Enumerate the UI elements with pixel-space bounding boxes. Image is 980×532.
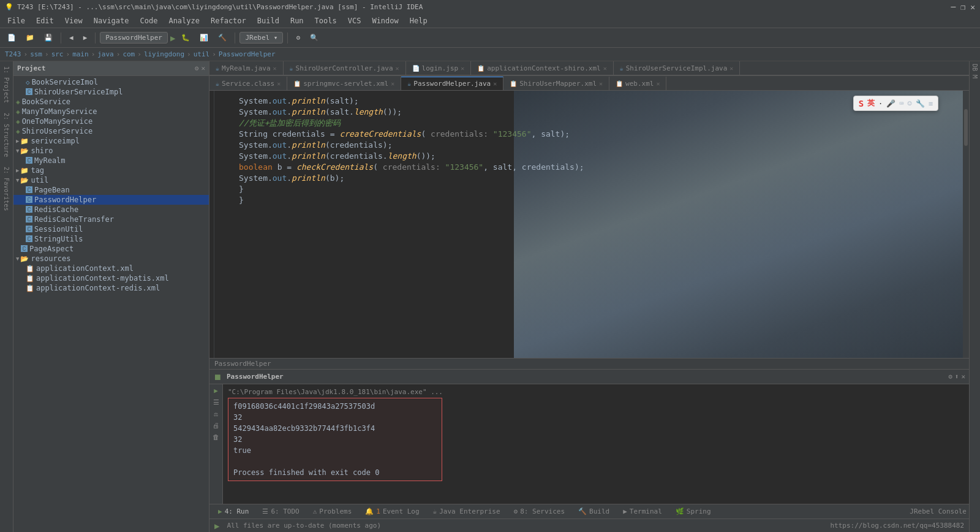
maximize-button[interactable]: ❐ <box>960 2 965 12</box>
tab-login-close[interactable]: ✕ <box>461 65 464 72</box>
tab-shirousercontroller-close[interactable]: ✕ <box>396 65 399 72</box>
bottom-tab-run[interactable]: ▶ 4: Run <box>212 506 255 517</box>
breadcrumb-util[interactable]: util <box>194 50 210 58</box>
tree-item-passwordhelper[interactable]: 🅲 PasswordHelper <box>13 195 209 205</box>
tree-item-rediscache[interactable]: 🅲 RedisCache <box>13 205 209 215</box>
menu-tools[interactable]: Tools <box>310 15 342 26</box>
tree-item-shiro[interactable]: ▼ 📂 shiro <box>13 146 209 156</box>
ime-label[interactable]: 英 <box>867 98 875 108</box>
bottom-tab-java-enterprise[interactable]: ☕ Java Enterprise <box>427 506 507 517</box>
bottom-tab-build[interactable]: 🔨 Build <box>572 506 616 517</box>
tab-login[interactable]: 📄 login.jsp ✕ <box>406 61 472 75</box>
ime-keyboard-icon[interactable]: ⌨ <box>899 99 903 108</box>
tab-springmvc-close[interactable]: ✕ <box>391 80 394 87</box>
tab-springmvc[interactable]: 📋 springmvc-servlet.xml ✕ <box>287 77 401 90</box>
panel-settings-icon[interactable]: ⚙ <box>195 64 199 72</box>
ime-mic-icon[interactable]: 🎤 <box>886 99 895 108</box>
toolbar-search[interactable]: 🔍 <box>306 32 322 43</box>
tree-item-resources[interactable]: ▼ 📂 resources <box>13 254 209 264</box>
tree-item-appcontext-redis[interactable]: 📋 applicationContext-redis.xml <box>13 283 209 293</box>
toolbar-forward[interactable]: ▶ <box>80 32 91 43</box>
ime-settings-icon[interactable]: 🔧 <box>916 99 925 108</box>
run-clear-icon[interactable]: 🗑 <box>213 433 219 441</box>
tab-passwordhelper[interactable]: ☕ PasswordHelper.java ✕ <box>401 77 503 90</box>
toolbar-open[interactable]: 📁 <box>22 32 38 43</box>
breadcrumb-liyingdong[interactable]: liyingdong <box>144 50 184 58</box>
tree-item-util[interactable]: ▼ 📂 util <box>13 175 209 185</box>
tree-item-shirouserservice[interactable]: ◈ ShiroUserService <box>13 126 209 136</box>
toolbar-back[interactable]: ◀ <box>66 32 77 43</box>
run-lines-icon[interactable]: ☰ <box>213 398 219 406</box>
tab-shirouserserviceimpl[interactable]: ☕ ShiroUserServiceImpl.java ✕ <box>614 61 741 75</box>
tab-service-class[interactable]: ☕ Service.class ✕ <box>209 77 287 90</box>
run-play-icon[interactable]: ▶ <box>214 387 218 395</box>
structure-icon[interactable]: 2: Structure <box>1 110 12 159</box>
jrebel-dropdown[interactable]: JRebel ▾ <box>239 32 283 44</box>
breadcrumb-src[interactable]: src <box>51 50 64 58</box>
panel-close-icon[interactable]: ✕ <box>201 64 205 72</box>
tree-item-manytomanyservice[interactable]: ◈ ManyToManyService <box>13 107 209 116</box>
close-button[interactable]: ✕ <box>970 2 975 12</box>
tree-item-rediscachetransfer[interactable]: 🅲 RedisCacheTransfer <box>13 215 209 224</box>
favorites-icon[interactable]: 2: Favorites <box>1 164 12 213</box>
tab-myrealm-close[interactable]: ✕ <box>273 65 277 72</box>
jrebel-console-tab[interactable]: JRebel Console <box>910 507 967 515</box>
scrollbar-thumb[interactable] <box>964 109 968 146</box>
tree-item-appcontext-mybatis[interactable]: 📋 applicationContext-mybatis.xml <box>13 273 209 283</box>
tab-service-class-close[interactable]: ✕ <box>277 80 281 87</box>
tree-item-sessionutil[interactable]: 🅲 SessionUtil <box>13 224 209 234</box>
menu-code[interactable]: Code <box>135 15 163 26</box>
tab-webxml[interactable]: 📋 web.xml ✕ <box>609 77 666 90</box>
tree-item-myrealm[interactable]: 🅲 MyRealm <box>13 156 209 165</box>
tab-appcontext-shiro[interactable]: 📋 applicationContext-shiro.xml ✕ <box>471 61 613 75</box>
bottom-tab-terminal[interactable]: ▶ Terminal <box>617 506 668 517</box>
debug-button[interactable]: 🐛 <box>178 32 194 43</box>
tab-shirouserserviceimpl-close[interactable]: ✕ <box>729 65 733 72</box>
bottom-tab-eventlog[interactable]: 🔔 1 Event Log <box>359 506 425 517</box>
tab-myrealm[interactable]: ☕ MyRealm.java ✕ <box>209 61 284 75</box>
menu-refactor[interactable]: Refactor <box>206 15 251 26</box>
bottom-tab-services[interactable]: ⚙ 8: Services <box>508 506 571 517</box>
run-maximize-icon[interactable]: ⬆ <box>955 373 959 381</box>
breadcrumb-com[interactable]: com <box>123 50 135 58</box>
toolbar-settings[interactable]: ⚙ <box>292 32 304 43</box>
tree-item-stringutils[interactable]: 🅲 StringUtils <box>13 234 209 244</box>
tree-item-pagebean[interactable]: 🅲 PageBean <box>13 185 209 195</box>
menu-run[interactable]: Run <box>285 15 309 26</box>
status-blog-link[interactable]: https://blog.csdn.net/qq=45388482 <box>830 522 964 530</box>
menu-analyze[interactable]: Analyze <box>164 15 205 26</box>
coverage-button[interactable]: 📊 <box>196 32 212 43</box>
right-sidebar-maven[interactable]: M <box>971 75 978 78</box>
breadcrumb-t243[interactable]: T243 <box>5 50 21 58</box>
toolbar-save[interactable]: 💾 <box>40 32 56 43</box>
tree-item-bookservice[interactable]: ◈ BookService <box>13 97 209 107</box>
run-config-dropdown[interactable]: PasswordHelper <box>100 32 168 44</box>
run-stop-icon[interactable]: ⏹ <box>213 372 222 382</box>
menu-window[interactable]: Window <box>367 15 403 26</box>
breadcrumb-main[interactable]: main <box>72 50 89 58</box>
minimize-button[interactable]: ─ <box>951 2 956 12</box>
editor-scrollbar[interactable] <box>963 91 969 358</box>
tab-webxml-close[interactable]: ✕ <box>656 80 660 87</box>
toolbar-new[interactable]: 📄 <box>4 32 20 43</box>
project-icon[interactable]: 1: Project <box>1 64 12 105</box>
menu-file[interactable]: File <box>2 15 30 26</box>
menu-vcs[interactable]: VCS <box>343 15 366 26</box>
breadcrumb-java[interactable]: java <box>97 50 114 58</box>
breadcrumb-file[interactable]: PasswordHelper <box>219 50 276 58</box>
tab-shirousermapper-close[interactable]: ✕ <box>599 80 603 87</box>
breadcrumb-ssm[interactable]: ssm <box>30 50 42 58</box>
tree-item-appcontext[interactable]: 📋 applicationContext.xml <box>13 264 209 273</box>
run-close-icon[interactable]: ✕ <box>961 373 965 381</box>
tree-item-tag[interactable]: ▶ 📁 tag <box>13 165 209 175</box>
tab-shirousermapper[interactable]: 📋 ShiroUserMapper.xml ✕ <box>503 77 609 90</box>
menu-help[interactable]: Help <box>405 15 432 26</box>
menu-build[interactable]: Build <box>252 15 284 26</box>
run-settings-icon[interactable]: ⚙ <box>948 373 952 381</box>
tab-appcontext-shiro-close[interactable]: ✕ <box>603 65 607 72</box>
tree-item-shirouserserviceimpl[interactable]: 🅲 ShiroUserServiceImpl <box>13 87 209 97</box>
menu-navigate[interactable]: Navigate <box>89 15 134 26</box>
menu-edit[interactable]: Edit <box>31 15 59 26</box>
run-print-icon[interactable]: 🖨 <box>213 422 219 430</box>
code-area[interactable]: System.out.println(salt); System.out.pri… <box>214 91 963 358</box>
